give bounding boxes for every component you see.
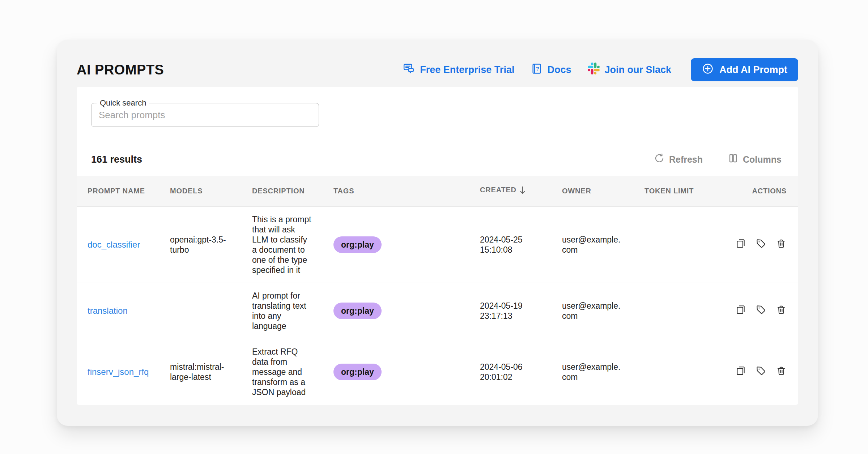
trash-icon bbox=[776, 311, 787, 316]
column-header-created[interactable]: CREATED bbox=[480, 176, 562, 206]
duplicate-icon bbox=[735, 311, 746, 316]
column-header-owner[interactable]: OWNER bbox=[562, 176, 644, 206]
refresh-label: Refresh bbox=[669, 154, 703, 165]
duplicate-button[interactable] bbox=[735, 304, 746, 315]
manage-tags-button[interactable] bbox=[756, 238, 766, 249]
chat-quote-icon bbox=[403, 63, 415, 77]
delete-button[interactable] bbox=[776, 365, 787, 376]
docs-book-icon: ? bbox=[531, 63, 542, 77]
table-row: doc_classifier openai:gpt-3.5-turbo This… bbox=[77, 206, 798, 283]
column-header-prompt-name[interactable]: PROMPT NAME bbox=[77, 176, 170, 206]
prompts-table: PROMPT NAME MODELS DESCRIPTION TAGS CREA… bbox=[77, 176, 798, 405]
header-nav: Free Enterprise Trial ? Docs bbox=[403, 58, 798, 81]
token-limit-cell bbox=[644, 206, 728, 283]
token-limit-cell bbox=[644, 339, 728, 405]
actions-cell bbox=[728, 206, 798, 283]
description-cell: Extract RFQ data from message and transf… bbox=[252, 339, 333, 405]
tag-chip: org:play bbox=[333, 303, 382, 319]
nav-link-label: Join our Slack bbox=[604, 64, 671, 76]
models-cell bbox=[170, 283, 252, 339]
manage-tags-button[interactable] bbox=[756, 365, 766, 376]
duplicate-icon bbox=[735, 372, 746, 377]
description-cell: This is a prompt that will ask LLM to cl… bbox=[252, 206, 333, 283]
manage-tags-button[interactable] bbox=[756, 304, 766, 315]
table-row: translation AI prompt for translating te… bbox=[77, 283, 798, 339]
columns-icon bbox=[728, 153, 738, 166]
slack-icon bbox=[588, 63, 600, 77]
quick-search-label: Quick search bbox=[97, 98, 149, 108]
nav-link-join-slack[interactable]: Join our Slack bbox=[588, 63, 671, 77]
tag-icon bbox=[756, 245, 766, 250]
prompt-name-cell: finserv_json_rfq bbox=[77, 339, 170, 405]
prompt-name-link[interactable]: doc_classifier bbox=[88, 240, 140, 249]
actions-cell bbox=[728, 283, 798, 339]
nav-link-label: Free Enterprise Trial bbox=[420, 64, 514, 76]
prompts-panel: Quick search 161 results Refresh bbox=[77, 87, 798, 405]
delete-button[interactable] bbox=[776, 304, 787, 315]
nav-link-label: Docs bbox=[547, 64, 571, 76]
refresh-icon bbox=[654, 153, 664, 166]
column-header-description[interactable]: DESCRIPTION bbox=[252, 176, 333, 206]
table-row: finserv_json_rfq mistral:mistral-large-l… bbox=[77, 339, 798, 405]
prompt-name-link[interactable]: finserv_json_rfq bbox=[88, 367, 149, 377]
owner-cell: user@example.com bbox=[562, 283, 644, 339]
add-ai-prompt-button[interactable]: Add AI Prompt bbox=[691, 58, 798, 81]
prompt-name-cell: translation bbox=[77, 283, 170, 339]
created-cell: 2024-05-06 20:01:02 bbox=[480, 339, 562, 405]
column-header-token-limit[interactable]: TOKEN LIMIT bbox=[644, 176, 728, 206]
page-title: AI PROMPTS bbox=[77, 62, 164, 78]
column-header-tags[interactable]: TAGS bbox=[333, 176, 480, 206]
actions-cell bbox=[728, 339, 798, 405]
table-header-row: PROMPT NAME MODELS DESCRIPTION TAGS CREA… bbox=[77, 176, 798, 206]
nav-link-free-enterprise-trial[interactable]: Free Enterprise Trial bbox=[403, 63, 514, 77]
refresh-button[interactable]: Refresh bbox=[652, 153, 705, 166]
trash-icon bbox=[776, 245, 787, 250]
ai-prompts-card: AI PROMPTS Free Enterprise Trial bbox=[57, 40, 818, 426]
description-cell: AI prompt for translating text into any … bbox=[252, 283, 333, 339]
results-count: 161 results bbox=[91, 154, 142, 165]
add-button-label: Add AI Prompt bbox=[719, 64, 787, 76]
tag-icon bbox=[756, 311, 766, 316]
columns-button[interactable]: Columns bbox=[726, 153, 784, 166]
owner-cell: user@example.com bbox=[562, 339, 644, 405]
duplicate-icon bbox=[735, 245, 746, 250]
models-cell: mistral:mistral-large-latest bbox=[170, 339, 252, 405]
quick-search-field: Quick search bbox=[91, 103, 319, 127]
tags-cell: org:play bbox=[333, 206, 480, 283]
sort-desc-icon bbox=[519, 188, 527, 196]
owner-cell: user@example.com bbox=[562, 206, 644, 283]
trash-icon bbox=[776, 372, 787, 377]
table-toolbar: Refresh Columns bbox=[652, 153, 784, 166]
column-header-models[interactable]: MODELS bbox=[170, 176, 252, 206]
nav-link-docs[interactable]: ? Docs bbox=[531, 63, 571, 77]
token-limit-cell bbox=[644, 283, 728, 339]
tags-cell: org:play bbox=[333, 283, 480, 339]
tag-chip: org:play bbox=[333, 236, 382, 253]
created-cell: 2024-05-19 23:17:13 bbox=[480, 283, 562, 339]
plus-circle-icon bbox=[702, 63, 714, 77]
results-toolbar: 161 results Refresh bbox=[77, 153, 798, 166]
created-cell: 2024-05-25 15:10:08 bbox=[480, 206, 562, 283]
models-cell: openai:gpt-3.5-turbo bbox=[170, 206, 252, 283]
tag-chip: org:play bbox=[333, 364, 382, 380]
column-header-actions: ACTIONS bbox=[728, 176, 798, 206]
columns-label: Columns bbox=[743, 154, 782, 165]
prompt-name-link[interactable]: translation bbox=[88, 306, 128, 316]
tag-icon bbox=[756, 372, 766, 377]
duplicate-button[interactable] bbox=[735, 238, 746, 249]
prompt-name-cell: doc_classifier bbox=[77, 206, 170, 283]
duplicate-button[interactable] bbox=[735, 365, 746, 376]
tags-cell: org:play bbox=[333, 339, 480, 405]
card-header: AI PROMPTS Free Enterprise Trial bbox=[77, 40, 798, 87]
svg-text:?: ? bbox=[536, 66, 539, 72]
delete-button[interactable] bbox=[776, 238, 787, 249]
